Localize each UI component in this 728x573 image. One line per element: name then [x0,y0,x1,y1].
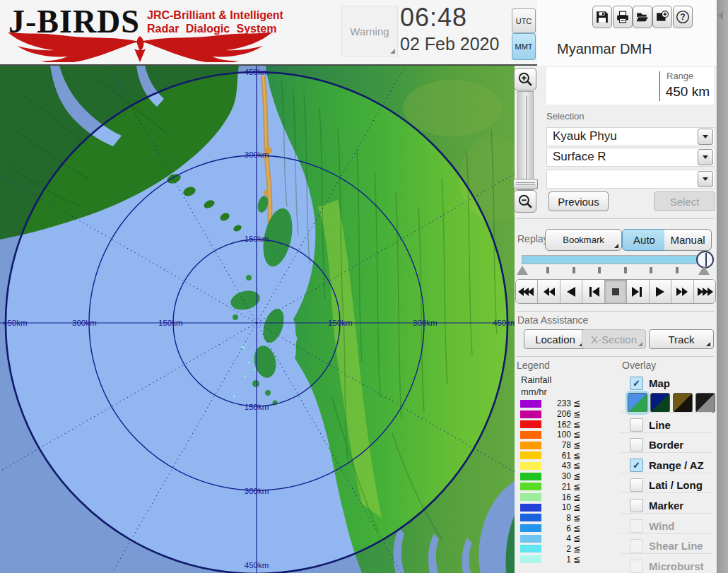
bookmark-button[interactable]: Bookmark [545,229,622,251]
print-button[interactable] [613,6,633,28]
bookmark-button-label: Bookmark [563,235,604,245]
product-dropdown-button[interactable] [698,149,713,165]
overlay-item-label: Wind [649,520,675,532]
map-style-swatch-4[interactable] [695,393,715,413]
chevron-down-icon [703,135,708,138]
legend-value: 10 [541,502,571,512]
step-back-button[interactable] [582,280,604,303]
zoom-out-button[interactable] [514,190,536,213]
timezone-mmt-button[interactable]: MMT [512,33,536,60]
overlay-item-map-checkbox[interactable]: ✓ [630,377,643,390]
stop-button[interactable] [605,280,627,303]
timezone-utc-button[interactable]: UTC [512,8,536,33]
legend-color-swatch [520,493,541,501]
legend-operator: ≦ [573,471,580,481]
overlay-item-shear-line-checkbox[interactable] [630,539,643,553]
forward-button[interactable] [671,280,693,303]
menu-grip-icon [638,342,642,346]
legend-color-swatch [520,451,541,459]
location-button[interactable]: Location [524,329,587,349]
chevron-down-icon [703,155,708,159]
legend-row: 30≦ [520,471,605,482]
station-dropdown-button[interactable] [698,129,713,145]
overlay-item-lati-long-checkbox[interactable] [630,478,643,492]
legend-color-swatch [520,514,541,521]
legend-color-swatch [520,420,541,428]
open-file-button[interactable] [633,6,652,28]
legend-row: 61≦ [520,450,605,461]
eagle-logo-icon [6,33,274,62]
legend-color-swatch [520,545,541,553]
overlay-item-map: ✓Map [621,374,717,391]
map-style-swatch-2[interactable] [650,393,670,413]
overlay-item-wind-checkbox[interactable] [630,519,643,533]
zoom-in-button[interactable] [514,68,536,90]
legend-row: 2≦ [520,544,605,555]
legend-value: 206 [541,409,571,419]
legend-operator: ≦ [573,492,580,502]
track-button[interactable]: Track [649,329,714,349]
panel-collapse-arrow-icon[interactable] [717,11,723,20]
svg-text:450km: 450km [3,319,28,327]
radar-map[interactable]: 450km 300km 150km 150km 300km 450km 450k… [0,66,515,573]
jbirds-application: J-BIRDS JRC-Brilliant & Intelligent Rada… [0,0,728,573]
option-dropdown-button[interactable] [698,171,713,187]
legend-operator: ≦ [573,502,580,512]
forward-fast-button[interactable] [694,280,715,303]
zoom-slider-thumb[interactable] [513,179,538,189]
legend-value: 2 [541,544,571,554]
forward-icon [675,287,689,297]
overlay-item-label: Line [649,419,671,431]
divider [516,311,714,312]
svg-text:?: ? [680,12,685,22]
play-reverse-button[interactable] [560,280,582,303]
legend-unit-line2: mm/hr [521,386,547,397]
manual-mode-button[interactable]: Manual [664,229,712,251]
map-style-swatch-3[interactable] [673,393,693,413]
svg-text:150km: 150km [245,235,269,243]
map-style-swatch-1[interactable] [628,393,647,413]
panel-scrollbar[interactable] [717,0,728,573]
auto-mode-button[interactable]: Auto [622,229,667,251]
overlay-item-label: Shear Line [649,540,703,552]
legend-operator: ≦ [573,398,580,408]
station-dropdown[interactable]: Kyauk Phyu [546,127,715,146]
legend-value: 6 [541,524,571,533]
range-label: Range [667,71,693,81]
legend-color-swatch [520,524,541,532]
legend-value: 78 [541,440,571,450]
legend-row: 206≦ [520,409,605,420]
rewind-fast-button[interactable] [516,280,538,303]
play-button[interactable] [650,280,671,303]
replay-slider-track[interactable] [522,255,705,264]
divider [516,356,714,357]
step-forward-button[interactable] [627,280,649,303]
x-section-button[interactable]: X-Section [582,329,646,349]
zoom-slider-track[interactable] [517,91,534,190]
legend-operator: ≦ [573,524,580,533]
previous-button[interactable]: Previous [548,191,609,211]
overlay-item-marker-checkbox[interactable] [630,499,643,512]
overlay-item-line-checkbox[interactable] [630,418,643,432]
legend-title: Legend [517,360,550,371]
step-forward-icon [630,287,645,297]
overlay-item-microburst-checkbox[interactable] [630,560,643,573]
stop-icon [611,287,621,297]
warning-label: Warning [350,25,389,37]
option-dropdown[interactable] [546,170,715,189]
warning-button[interactable]: Warning [341,6,398,57]
save-button[interactable] [592,6,612,28]
product-dropdown[interactable]: Surface R [546,148,715,167]
select-button[interactable]: Select [654,191,715,211]
legend-row: 21≦ [520,482,605,492]
overlay-item-range-az-checkbox[interactable]: ✓ [630,459,643,472]
help-button[interactable]: ? [673,6,693,28]
svg-text:150km: 150km [245,403,269,411]
overlay-separator [621,553,712,554]
range-divider [659,71,660,101]
add-image-button[interactable] [652,6,672,28]
overlay-item-border-checkbox[interactable] [630,438,643,451]
svg-text:450km: 450km [493,319,515,327]
overlay-options: ✓MapLineBorder✓Range / AZLati / LongMark… [621,373,717,573]
rewind-button[interactable] [538,280,560,303]
